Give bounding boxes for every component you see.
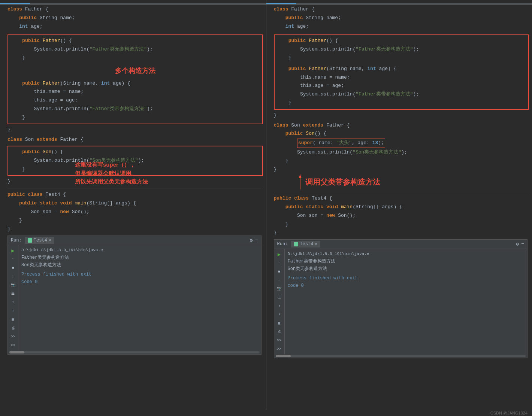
code-line: public class Test4 { xyxy=(274,194,529,203)
code-line: System.out.println("Father类无参构造方法"); xyxy=(277,45,526,54)
right-run-sidebar: ▶ ↑ ■ ↓ 📷 ☰ ⬆ ⬇ ▦ 🖨 >> >> xyxy=(274,249,285,354)
right-run-output2: Son类无参构造方法 xyxy=(288,265,525,273)
code-line: class Son extends Father { xyxy=(274,121,529,130)
right-tab-active xyxy=(266,3,296,4)
right-scrollbar-thumb[interactable] xyxy=(276,355,291,357)
left-run-down[interactable]: ↓ xyxy=(9,273,17,280)
right-run-play[interactable]: ▶ xyxy=(275,250,283,258)
right-run-print[interactable]: 🖨 xyxy=(275,328,283,335)
code-line: } xyxy=(10,113,260,122)
annotation-multiple-constructors: 多个构造方法 xyxy=(10,66,260,76)
left-run-print[interactable]: 🖨 xyxy=(9,324,17,332)
left-run-import[interactable]: ⬆ xyxy=(9,298,17,306)
left-run-sidebar: ▶ ↑ ■ ↓ 📷 ☰ ⬆ ⬇ ▦ 🖨 >> >> xyxy=(8,245,18,350)
left-panel: class Father { public String name; int a… xyxy=(0,0,266,410)
left-run-more1[interactable]: >> xyxy=(9,333,17,340)
right-run-path: D:\jdk1.8\jdk1.8.0_191\bin\java.e xyxy=(288,250,525,258)
left-run-camera[interactable]: 📷 xyxy=(9,281,17,289)
left-run-more2[interactable]: >> xyxy=(9,341,17,349)
right-annotation: 调用父类带参构造方法 xyxy=(296,174,529,189)
run-label-right: Run: xyxy=(277,242,288,247)
svg-marker-1 xyxy=(299,174,302,178)
right-run-tab-close[interactable]: × xyxy=(315,242,317,246)
code-line: public Father(String name, int age) { xyxy=(10,79,260,88)
code-line: public static void main(String[] args) { xyxy=(274,203,529,212)
right-run-stop[interactable]: ■ xyxy=(275,268,283,275)
super-call-box: super( name: "大头", age: 18); xyxy=(297,139,385,148)
right-settings-icon[interactable]: ⚙ xyxy=(516,241,519,247)
left-run-grid1[interactable]: ▦ xyxy=(9,316,17,323)
code-line: public Son() { xyxy=(10,148,260,157)
right-run-output1: Father类带参构造方法 xyxy=(288,258,525,265)
code-line: public class Test4 { xyxy=(7,191,263,199)
left-run-process: Process finished with exit code 0 xyxy=(21,271,258,286)
code-line: class Father { xyxy=(7,5,263,14)
right-run-actions: ⚙ − xyxy=(516,241,524,247)
keyword-public: public xyxy=(19,14,40,22)
code-line: } xyxy=(277,99,526,107)
code-line: int age; xyxy=(7,22,263,31)
code-line: } xyxy=(274,157,529,166)
left-run-export[interactable]: ⬇ xyxy=(9,307,17,315)
footer-credit: CSDN @JANG1024 xyxy=(490,411,528,415)
run-tab-icon xyxy=(28,238,32,243)
right-run-header: Run: Test4 × ⚙ − xyxy=(274,240,528,249)
code-line: } xyxy=(7,216,263,225)
code-line: System.out.println("Father类带参构造方法"); xyxy=(277,90,526,99)
left-run-up[interactable]: ↑ xyxy=(9,255,17,263)
left-run-content: D:\jdk1.8\jdk1.8.0_191\bin\java.e Father… xyxy=(18,245,261,350)
right-run-grid1[interactable]: ▦ xyxy=(275,319,283,327)
code-line: public Father(String name, int age) { xyxy=(277,65,526,73)
code-line: } xyxy=(7,126,263,134)
code-line: } xyxy=(7,225,263,234)
code-line: System.out.println("Father类带参构造方法"); xyxy=(10,105,260,113)
right-run-tab[interactable]: Test4 × xyxy=(291,241,320,248)
right-minimize-icon[interactable]: − xyxy=(521,241,524,247)
left-run-lines[interactable]: ☰ xyxy=(9,290,17,297)
left-scrollbar-thumb[interactable] xyxy=(9,351,24,353)
right-run-more2[interactable]: >> xyxy=(275,345,283,353)
code-line: } xyxy=(274,220,529,229)
keyword-public: public xyxy=(22,37,43,45)
code-line: public Father() { xyxy=(277,37,526,45)
right-run-camera[interactable]: 📷 xyxy=(275,285,283,292)
right-run-process: Process finished with exit code 0 xyxy=(288,274,525,290)
right-code-area: class Father { public String name; int a… xyxy=(266,5,532,237)
settings-icon[interactable]: ⚙ xyxy=(250,237,253,243)
right-run-up[interactable]: ↑ xyxy=(275,259,283,267)
code-line: int age; xyxy=(274,22,529,31)
left-run-path: D:\jdk1.8\jdk1.8.0_191\bin\java.e xyxy=(21,247,258,254)
right-run-lines[interactable]: ☰ xyxy=(275,294,283,301)
right-run-down[interactable]: ↓ xyxy=(275,276,283,284)
keyword-int: int xyxy=(19,23,31,31)
code-line: Son son = new Son(); xyxy=(274,212,529,220)
code-line: } xyxy=(277,54,526,63)
right-scrollbar[interactable] xyxy=(276,355,526,357)
left-annotation-balloon: 这里没有写super（）， 但是编译器会默认调用, 所以先调用父类无参构造方法 xyxy=(75,161,148,186)
right-run-more1[interactable]: >> xyxy=(275,337,283,344)
right-run-content: D:\jdk1.8\jdk1.8.0_191\bin\java.e Father… xyxy=(285,249,528,354)
left-run-output1: Father类无参构造方法 xyxy=(21,254,258,261)
left-run-tab-close[interactable]: × xyxy=(49,238,51,243)
code-line: System.out.println("Father类无参构造方法"); xyxy=(10,45,260,54)
code-line: public String name; xyxy=(7,14,263,22)
left-run-actions: ⚙ − xyxy=(250,237,258,243)
right-run-body: ▶ ↑ ■ ↓ 📷 ☰ ⬆ ⬇ ▦ 🖨 >> >> D:\jdk1.8\jdk1… xyxy=(274,249,528,354)
code-line: System.out.println("Son类无参构造方法"); xyxy=(274,148,529,157)
left-run-play[interactable]: ▶ xyxy=(9,247,17,254)
left-scrollbar[interactable] xyxy=(9,351,260,353)
right-run-panel: Run: Test4 × ⚙ − ▶ ↑ ■ ↓ 📷 ☰ xyxy=(274,239,528,358)
left-run-header: Run: Test4 × ⚙ − xyxy=(8,236,261,245)
left-run-tab[interactable]: Test4 × xyxy=(25,237,54,244)
right-run-tab-icon xyxy=(294,242,298,246)
right-red-box: public Father() { System.out.println("Fa… xyxy=(274,34,529,109)
code-line: public Son() { xyxy=(274,130,529,138)
minimize-icon[interactable]: − xyxy=(255,237,258,243)
left-run-output2: Son类无参构造方法 xyxy=(21,261,258,269)
right-run-import[interactable]: ⬆ xyxy=(275,302,283,310)
code-line: } xyxy=(274,166,529,174)
left-run-stop[interactable]: ■ xyxy=(9,264,17,271)
right-run-export[interactable]: ⬇ xyxy=(275,311,283,318)
code-line: class Son extends Father { xyxy=(7,136,263,144)
code-line: this.name = name; xyxy=(277,73,526,82)
